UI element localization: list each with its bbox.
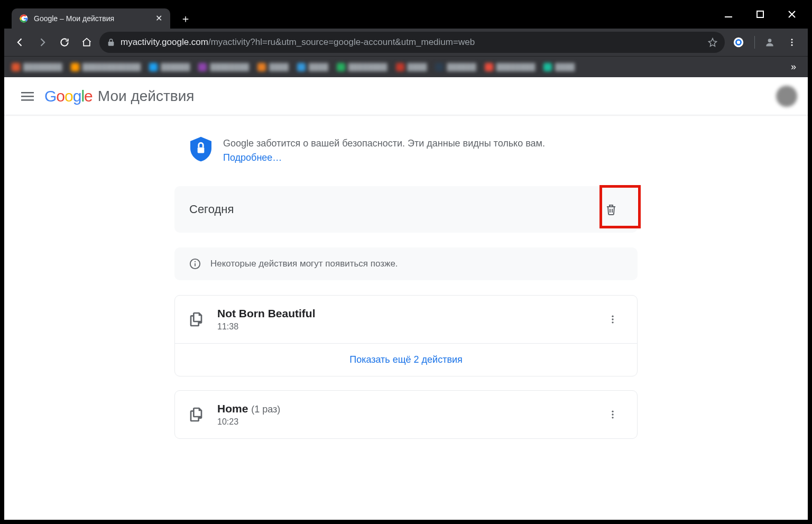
bookmark-item[interactable]: ████████ xyxy=(485,63,536,71)
bookmarks-overflow-button[interactable]: » xyxy=(787,59,800,75)
svg-rect-2 xyxy=(757,11,763,17)
bookmark-item[interactable]: ████████ xyxy=(337,63,387,71)
content-column: Google заботится о вашей безопасности. Э… xyxy=(168,115,644,474)
bookmark-item[interactable]: ████ xyxy=(297,63,328,71)
bookmark-item[interactable]: ██████ xyxy=(435,63,476,71)
bookmark-item[interactable]: ████████ xyxy=(12,63,62,71)
document-icon xyxy=(189,311,206,328)
svg-point-21 xyxy=(612,417,613,418)
google-logo: Google xyxy=(44,87,93,105)
app-title: Мои действия xyxy=(98,88,195,105)
page-viewport[interactable]: Google Мои действия Google заботится о в… xyxy=(4,77,808,520)
activity-menu-button[interactable] xyxy=(602,404,623,425)
info-strip: Некоторые действия могут появиться позже… xyxy=(174,247,638,280)
bookmark-item[interactable]: ████ xyxy=(257,63,289,71)
window-close-button[interactable] xyxy=(776,4,808,24)
window-minimize-button[interactable] xyxy=(713,4,744,24)
bookmark-star-icon[interactable] xyxy=(708,38,717,47)
google-favicon xyxy=(19,14,29,23)
svg-point-15 xyxy=(195,261,196,262)
tab-title: Google – Мои действия xyxy=(34,14,149,23)
activity-title[interactable]: Home (1 раз) xyxy=(217,402,590,415)
svg-rect-10 xyxy=(21,96,34,97)
info-text: Некоторые действия могут появиться позже… xyxy=(210,259,398,269)
window-maximize-button[interactable] xyxy=(744,4,776,24)
forward-button[interactable] xyxy=(33,33,52,52)
menu-button[interactable] xyxy=(15,84,40,109)
reload-button[interactable] xyxy=(55,33,74,52)
app-header: Google Мои действия xyxy=(4,77,808,115)
close-tab-icon[interactable]: ✕ xyxy=(154,14,163,23)
profile-button[interactable] xyxy=(760,33,779,52)
info-icon xyxy=(189,258,201,270)
bookmark-item[interactable]: ████████ xyxy=(198,63,249,71)
toolbar-divider xyxy=(754,36,755,49)
svg-point-18 xyxy=(612,321,613,323)
document-icon xyxy=(189,406,206,423)
svg-point-5 xyxy=(768,39,772,42)
day-label: Сегодня xyxy=(189,203,234,216)
tab-strip: Google – Мои действия ✕ ＋ xyxy=(4,4,808,29)
account-avatar[interactable] xyxy=(776,86,797,107)
bookmarks-bar: ████████ ████████████ ██████ ████████ ██… xyxy=(4,56,808,77)
back-button[interactable] xyxy=(11,33,30,52)
svg-point-17 xyxy=(612,318,613,320)
browser-chrome: Google – Мои действия ✕ ＋ myactivity.goo… xyxy=(4,4,808,77)
svg-point-7 xyxy=(791,42,793,43)
svg-point-8 xyxy=(791,44,793,46)
browser-menu-button[interactable] xyxy=(782,33,801,52)
activity-card: Not Born Beautiful 11:38 Показать ещё 2 … xyxy=(174,295,638,376)
shield-icon xyxy=(190,136,211,162)
annotation-highlight xyxy=(599,185,641,228)
day-header-card: Сегодня xyxy=(174,186,638,233)
lock-icon xyxy=(107,38,115,47)
activity-card: Home (1 раз) 10:23 xyxy=(174,390,638,439)
svg-rect-9 xyxy=(21,92,34,94)
privacy-message: Google заботится о вашей безопасности. Э… xyxy=(223,138,545,149)
svg-point-6 xyxy=(791,39,793,40)
activity-menu-button[interactable] xyxy=(602,309,623,330)
privacy-banner: Google заботится о вашей безопасности. Э… xyxy=(174,136,638,165)
activity-row: Not Born Beautiful 11:38 xyxy=(175,296,637,343)
svg-point-20 xyxy=(612,413,613,415)
svg-point-3 xyxy=(734,38,743,47)
svg-point-16 xyxy=(612,316,613,317)
bookmark-item[interactable]: ████ xyxy=(543,63,575,71)
url-text: myactivity.google.com/myactivity?hl=ru&u… xyxy=(121,37,703,48)
privacy-learn-more-link[interactable]: Подробнее… xyxy=(223,152,282,163)
bookmark-item[interactable]: ████████████ xyxy=(71,63,141,71)
privacy-text: Google заботится о вашей безопасности. Э… xyxy=(223,136,545,165)
browser-tab[interactable]: Google – Мои действия ✕ xyxy=(12,8,170,29)
activity-title[interactable]: Not Born Beautiful xyxy=(217,307,590,320)
address-bar[interactable]: myactivity.google.com/myactivity?hl=ru&u… xyxy=(99,32,725,53)
activity-row: Home (1 раз) 10:23 xyxy=(175,391,637,438)
svg-rect-12 xyxy=(198,148,205,153)
home-button[interactable] xyxy=(77,33,96,52)
extension-icon[interactable] xyxy=(731,35,746,50)
svg-rect-11 xyxy=(21,99,34,101)
activity-time: 10:23 xyxy=(217,417,590,427)
bookmark-item[interactable]: ████ xyxy=(396,63,427,71)
show-more-link[interactable]: Показать ещё 2 действия xyxy=(175,343,637,376)
svg-rect-1 xyxy=(725,16,732,17)
svg-point-19 xyxy=(612,411,613,412)
activity-time: 11:38 xyxy=(217,322,590,332)
new-tab-button[interactable]: ＋ xyxy=(178,11,193,26)
bookmark-item[interactable]: ██████ xyxy=(149,63,190,71)
browser-toolbar: myactivity.google.com/myactivity?hl=ru&u… xyxy=(4,29,808,56)
